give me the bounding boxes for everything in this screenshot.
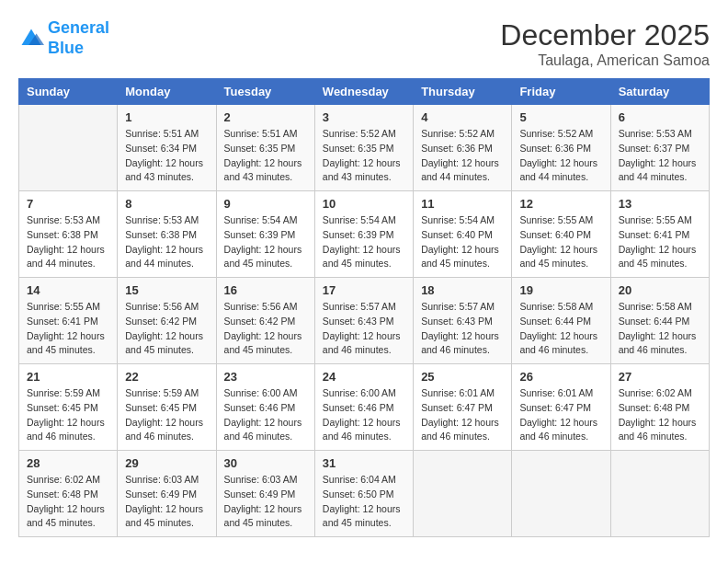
day-info: Sunrise: 5:51 AMSunset: 6:34 PMDaylight:… [125, 127, 208, 185]
day-info: Sunrise: 5:58 AMSunset: 6:44 PMDaylight:… [619, 300, 701, 358]
day-number: 7 [27, 197, 109, 211]
day-cell: 31Sunrise: 6:04 AMSunset: 6:50 PMDayligh… [314, 451, 413, 537]
day-info: Sunrise: 5:58 AMSunset: 6:44 PMDaylight:… [519, 300, 602, 358]
header-monday: Monday [118, 79, 216, 105]
day-info: Sunrise: 5:52 AMSunset: 6:35 PMDaylight:… [323, 127, 405, 185]
day-cell: 12Sunrise: 5:55 AMSunset: 6:40 PMDayligh… [512, 191, 610, 278]
day-info: Sunrise: 6:00 AMSunset: 6:46 PMDaylight:… [323, 386, 405, 444]
day-cell: 9Sunrise: 5:54 AMSunset: 6:39 PMDaylight… [216, 191, 314, 278]
day-cell: 10Sunrise: 5:54 AMSunset: 6:39 PMDayligh… [314, 191, 413, 278]
logo-text: GeneralBlue [48, 18, 109, 58]
day-number: 30 [224, 456, 307, 470]
day-number: 13 [619, 197, 701, 211]
day-info: Sunrise: 5:59 AMSunset: 6:45 PMDaylight:… [125, 386, 208, 444]
week-row-2: 7Sunrise: 5:53 AMSunset: 6:38 PMDaylight… [19, 191, 710, 278]
header-thursday: Thursday [414, 79, 512, 105]
day-cell: 1Sunrise: 5:51 AMSunset: 6:34 PMDaylight… [118, 105, 216, 191]
title-section: December 2025 Taulaga, American Samoa [500, 18, 710, 69]
week-row-1: 1Sunrise: 5:51 AMSunset: 6:34 PMDaylight… [19, 105, 710, 191]
day-cell: 29Sunrise: 6:03 AMSunset: 6:49 PMDayligh… [118, 451, 216, 537]
day-cell: 23Sunrise: 6:00 AMSunset: 6:46 PMDayligh… [216, 364, 314, 451]
day-info: Sunrise: 5:54 AMSunset: 6:39 PMDaylight:… [323, 213, 405, 271]
day-number: 5 [519, 110, 602, 124]
day-info: Sunrise: 5:57 AMSunset: 6:43 PMDaylight:… [421, 300, 504, 358]
day-cell: 15Sunrise: 5:56 AMSunset: 6:42 PMDayligh… [118, 278, 216, 364]
day-cell: 20Sunrise: 5:58 AMSunset: 6:44 PMDayligh… [610, 278, 709, 364]
day-info: Sunrise: 5:56 AMSunset: 6:42 PMDaylight:… [125, 300, 208, 358]
day-number: 14 [27, 283, 109, 297]
day-info: Sunrise: 5:55 AMSunset: 6:41 PMDaylight:… [619, 213, 701, 271]
day-cell: 18Sunrise: 5:57 AMSunset: 6:43 PMDayligh… [414, 278, 512, 364]
day-cell: 21Sunrise: 5:59 AMSunset: 6:45 PMDayligh… [19, 364, 118, 451]
day-cell [414, 451, 512, 537]
day-number: 20 [619, 283, 701, 297]
day-number: 17 [323, 283, 405, 297]
calendar-header: Sunday Monday Tuesday Wednesday Thursday… [19, 79, 710, 105]
day-cell: 14Sunrise: 5:55 AMSunset: 6:41 PMDayligh… [19, 278, 118, 364]
logo-icon [18, 26, 44, 52]
day-cell: 11Sunrise: 5:54 AMSunset: 6:40 PMDayligh… [414, 191, 512, 278]
day-cell: 19Sunrise: 5:58 AMSunset: 6:44 PMDayligh… [512, 278, 610, 364]
day-info: Sunrise: 6:02 AMSunset: 6:48 PMDaylight:… [619, 386, 701, 444]
day-cell: 13Sunrise: 5:55 AMSunset: 6:41 PMDayligh… [610, 191, 709, 278]
day-info: Sunrise: 5:55 AMSunset: 6:40 PMDaylight:… [519, 213, 602, 271]
weekday-header-row: Sunday Monday Tuesday Wednesday Thursday… [19, 79, 710, 105]
header-friday: Friday [512, 79, 610, 105]
week-row-3: 14Sunrise: 5:55 AMSunset: 6:41 PMDayligh… [19, 278, 710, 364]
day-cell: 3Sunrise: 5:52 AMSunset: 6:35 PMDaylight… [314, 105, 413, 191]
day-info: Sunrise: 6:01 AMSunset: 6:47 PMDaylight:… [421, 386, 504, 444]
day-cell [512, 451, 610, 537]
calendar-body: 1Sunrise: 5:51 AMSunset: 6:34 PMDaylight… [19, 105, 710, 537]
day-cell: 22Sunrise: 5:59 AMSunset: 6:45 PMDayligh… [118, 364, 216, 451]
day-cell: 2Sunrise: 5:51 AMSunset: 6:35 PMDaylight… [216, 105, 314, 191]
logo: GeneralBlue [18, 18, 109, 58]
day-number: 23 [224, 370, 307, 384]
day-number: 18 [421, 283, 504, 297]
day-number: 8 [125, 197, 208, 211]
day-cell: 5Sunrise: 5:52 AMSunset: 6:36 PMDaylight… [512, 105, 610, 191]
day-info: Sunrise: 5:54 AMSunset: 6:39 PMDaylight:… [224, 213, 307, 271]
day-number: 9 [224, 197, 307, 211]
day-number: 4 [421, 110, 504, 124]
header-tuesday: Tuesday [216, 79, 314, 105]
day-number: 27 [619, 370, 701, 384]
location-subtitle: Taulaga, American Samoa [500, 52, 710, 69]
day-number: 2 [224, 110, 307, 124]
week-row-5: 28Sunrise: 6:02 AMSunset: 6:48 PMDayligh… [19, 451, 710, 537]
day-info: Sunrise: 5:53 AMSunset: 6:38 PMDaylight:… [27, 213, 109, 271]
day-number: 15 [125, 283, 208, 297]
day-info: Sunrise: 6:02 AMSunset: 6:48 PMDaylight:… [27, 473, 109, 531]
day-info: Sunrise: 5:53 AMSunset: 6:37 PMDaylight:… [619, 127, 701, 185]
day-number: 25 [421, 370, 504, 384]
day-info: Sunrise: 5:56 AMSunset: 6:42 PMDaylight:… [224, 300, 307, 358]
day-number: 12 [519, 197, 602, 211]
day-info: Sunrise: 5:57 AMSunset: 6:43 PMDaylight:… [323, 300, 405, 358]
day-cell: 26Sunrise: 6:01 AMSunset: 6:47 PMDayligh… [512, 364, 610, 451]
calendar-table: Sunday Monday Tuesday Wednesday Thursday… [18, 78, 710, 537]
day-cell: 16Sunrise: 5:56 AMSunset: 6:42 PMDayligh… [216, 278, 314, 364]
header-wednesday: Wednesday [314, 79, 413, 105]
day-cell: 27Sunrise: 6:02 AMSunset: 6:48 PMDayligh… [610, 364, 709, 451]
month-title: December 2025 [500, 18, 710, 52]
day-info: Sunrise: 6:03 AMSunset: 6:49 PMDaylight:… [224, 473, 307, 531]
day-cell: 17Sunrise: 5:57 AMSunset: 6:43 PMDayligh… [314, 278, 413, 364]
day-number: 1 [125, 110, 208, 124]
page-header: GeneralBlue December 2025 Taulaga, Ameri… [18, 18, 710, 69]
day-number: 29 [125, 456, 208, 470]
day-cell: 28Sunrise: 6:02 AMSunset: 6:48 PMDayligh… [19, 451, 118, 537]
header-saturday: Saturday [610, 79, 709, 105]
day-number: 31 [323, 456, 405, 470]
day-cell: 6Sunrise: 5:53 AMSunset: 6:37 PMDaylight… [610, 105, 709, 191]
week-row-4: 21Sunrise: 5:59 AMSunset: 6:45 PMDayligh… [19, 364, 710, 451]
day-number: 3 [323, 110, 405, 124]
day-number: 10 [323, 197, 405, 211]
day-number: 16 [224, 283, 307, 297]
day-info: Sunrise: 5:53 AMSunset: 6:38 PMDaylight:… [125, 213, 208, 271]
day-info: Sunrise: 6:01 AMSunset: 6:47 PMDaylight:… [519, 386, 602, 444]
day-info: Sunrise: 5:52 AMSunset: 6:36 PMDaylight:… [519, 127, 602, 185]
day-number: 22 [125, 370, 208, 384]
day-cell [19, 105, 118, 191]
day-cell [610, 451, 709, 537]
header-sunday: Sunday [19, 79, 118, 105]
day-number: 19 [519, 283, 602, 297]
